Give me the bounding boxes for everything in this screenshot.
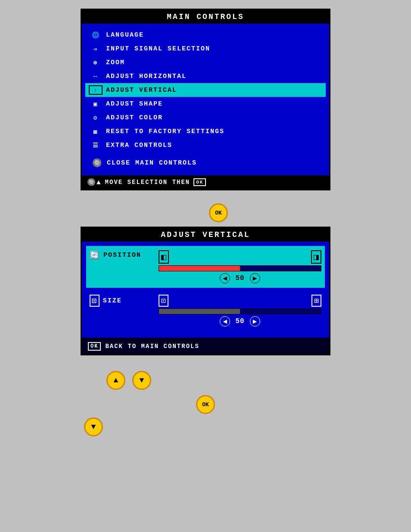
size-value-row: ◀ 50 ▶	[220, 316, 260, 327]
menu-item-zoom-label: ZOOM	[106, 59, 125, 66]
adjust-vertical-icon: ↕	[89, 85, 103, 95]
nav-down-button[interactable]: ▼	[132, 371, 151, 390]
position-control: ◧ ◨ ◀ 50 ▶	[159, 250, 321, 283]
menu-item-adjust-horizontal[interactable]: ↔ ADJUST HORIZONTAL	[85, 69, 326, 83]
adjust-vertical-panel: ADJUST VERTICAL 🔄 POSITION ◧ ◨ ◀ 50	[81, 227, 330, 355]
position-increase-button[interactable]: ▶	[250, 273, 260, 283]
menu-item-input-signal-label: INPUT SIGNAL SELECTION	[106, 45, 210, 53]
menu-item-reset-label: RESET TO FACTORY SETTINGS	[106, 128, 224, 135]
ok-button-main[interactable]: OK	[209, 203, 228, 222]
menu-item-adjust-horizontal-label: ADJUST HORIZONTAL	[106, 73, 187, 80]
menu-item-extra-label: EXTRA CONTROLS	[106, 142, 172, 149]
back-label: BACK TO MAIN CONTROLS	[105, 343, 199, 350]
adjust-vertical-title: ADJUST VERTICAL	[82, 228, 329, 242]
size-right-ctrl-icon: ⊞	[311, 295, 321, 307]
close-label: CLOSE MAIN CONTROLS	[107, 159, 197, 167]
size-decrease-button[interactable]: ◀	[220, 316, 230, 327]
adjust-vertical-footer[interactable]: OK BACK TO MAIN CONTROLS	[82, 338, 329, 354]
size-control: ⊡ ⊞ ◀ 50 ▶	[159, 295, 321, 327]
back-ok-icon: OK	[88, 342, 101, 351]
menu-item-reset[interactable]: ▦ RESET TO FACTORY SETTINGS	[85, 124, 326, 138]
menu-item-adjust-color-label: ADJUST COLOR	[106, 114, 163, 121]
size-bar-fill	[159, 309, 240, 314]
menu-item-adjust-shape-label: ADJUST SHAPE	[106, 100, 163, 108]
close-icon: 🔘	[92, 158, 103, 168]
menu-item-adjust-color[interactable]: ⚙ ADJUST COLOR	[85, 111, 326, 124]
position-icon: 🔄	[90, 250, 100, 260]
position-value-row: ◀ 50 ▶	[220, 273, 260, 283]
menu-item-language[interactable]: 🌐 LANGUAGE	[85, 28, 326, 42]
size-icon: ⊡	[90, 295, 100, 307]
footer-ok-icon: OK	[193, 178, 206, 186]
adjust-shape-icon: ▣	[89, 99, 103, 109]
position-left-ctrl-icon: ◧	[159, 250, 169, 264]
footer-text: MOVE SELECTION THEN	[105, 179, 190, 186]
position-label: 🔄 POSITION	[90, 250, 159, 260]
menu-item-extra[interactable]: ☰ EXTRA CONTROLS	[85, 138, 326, 152]
nav-up-button[interactable]: ▲	[106, 371, 125, 390]
adjust-color-icon: ⚙	[89, 113, 103, 122]
menu-item-adjust-vertical[interactable]: ↕ ADJUST VERTICAL	[85, 83, 326, 97]
size-increase-button[interactable]: ▶	[250, 316, 260, 327]
menu-item-language-label: LANGUAGE	[106, 31, 144, 39]
input-signal-icon: ⇒	[89, 44, 103, 53]
position-row[interactable]: 🔄 POSITION ◧ ◨ ◀ 50 ▶	[86, 246, 325, 288]
menu-item-adjust-shape[interactable]: ▣ ADJUST SHAPE	[85, 97, 326, 111]
size-row[interactable]: ⊡ SIZE ⊡ ⊞ ◀ 50 ▶	[86, 290, 325, 331]
menu-item-input-signal[interactable]: ⇒ INPUT SIGNAL SELECTION	[85, 42, 326, 56]
position-decrease-button[interactable]: ◀	[220, 273, 230, 283]
zoom-icon: ⊕	[89, 58, 103, 67]
position-bar-fill	[159, 266, 240, 271]
size-arrows-row: ⊡ ⊞	[159, 295, 321, 307]
close-main-controls[interactable]: 🔘 CLOSE MAIN CONTROLS	[85, 155, 326, 171]
nav-up-down-row: ▲ ▼	[81, 371, 151, 390]
reset-icon: ▦	[89, 127, 103, 136]
down-arrow-icon: ▼	[140, 376, 144, 385]
menu-list: 🌐 LANGUAGE ⇒ INPUT SIGNAL SELECTION ⊕ ZO…	[82, 24, 329, 175]
main-controls-footer: 🔘▲ MOVE SELECTION THEN OK	[82, 175, 329, 189]
main-controls-panel: MAIN CONTROLS 🌐 LANGUAGE ⇒ INPUT SIGNAL …	[81, 9, 330, 190]
solo-down-icon: ▼	[91, 423, 96, 431]
size-slider-bar[interactable]	[159, 308, 321, 314]
size-label: ⊡ SIZE	[90, 295, 159, 307]
solo-down-button[interactable]: ▼	[84, 417, 103, 436]
adjust-vertical-body: 🔄 POSITION ◧ ◨ ◀ 50 ▶	[82, 242, 329, 338]
menu-item-adjust-vertical-label: ADJUST VERTICAL	[106, 87, 177, 94]
extra-controls-icon: ☰	[89, 140, 103, 150]
position-arrows-row: ◧ ◨	[159, 250, 321, 264]
language-icon: 🌐	[89, 30, 103, 40]
size-left-ctrl-icon: ⊡	[159, 295, 168, 307]
ok-label: OK	[215, 210, 222, 216]
main-controls-title: MAIN CONTROLS	[82, 10, 329, 24]
menu-item-zoom[interactable]: ⊕ ZOOM	[85, 56, 326, 69]
position-slider-bar[interactable]	[159, 265, 321, 271]
position-right-ctrl-icon: ◨	[311, 250, 321, 264]
size-value: 50	[235, 317, 244, 325]
ok-nav-label: OK	[202, 401, 209, 408]
ok-button-nav[interactable]: OK	[196, 395, 215, 414]
footer-nav-icon: 🔘▲	[87, 178, 102, 187]
adjust-horizontal-icon: ↔	[89, 72, 103, 81]
position-value: 50	[235, 274, 244, 282]
up-arrow-icon: ▲	[114, 376, 118, 385]
